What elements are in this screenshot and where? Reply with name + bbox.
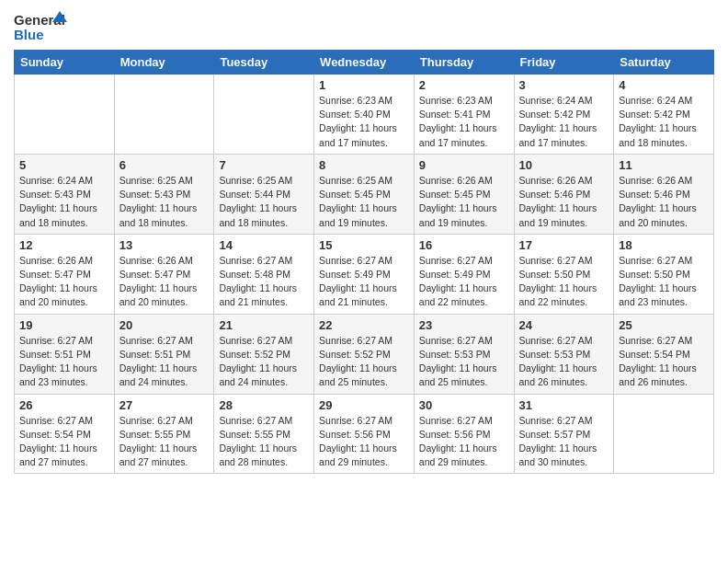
calendar-cell: 22Sunrise: 6:27 AMSunset: 5:52 PMDayligh… bbox=[314, 314, 415, 394]
day-number: 13 bbox=[119, 238, 210, 252]
day-info: Sunrise: 6:27 AMSunset: 5:51 PMDaylight:… bbox=[119, 334, 210, 390]
day-info: Sunrise: 6:27 AMSunset: 5:55 PMDaylight:… bbox=[119, 414, 210, 470]
day-number: 8 bbox=[319, 158, 409, 172]
weekday-header-thursday: Thursday bbox=[414, 51, 514, 75]
day-info: Sunrise: 6:27 AMSunset: 5:49 PMDaylight:… bbox=[319, 254, 409, 310]
calendar-cell: 29Sunrise: 6:27 AMSunset: 5:56 PMDayligh… bbox=[314, 394, 415, 474]
day-number: 22 bbox=[319, 318, 409, 332]
day-info: Sunrise: 6:24 AMSunset: 5:42 PMDaylight:… bbox=[519, 94, 609, 150]
day-info: Sunrise: 6:26 AMSunset: 5:45 PMDaylight:… bbox=[419, 174, 509, 230]
day-info: Sunrise: 6:23 AMSunset: 5:41 PMDaylight:… bbox=[419, 94, 509, 150]
svg-text:Blue: Blue bbox=[14, 27, 44, 42]
calendar-cell: 2Sunrise: 6:23 AMSunset: 5:41 PMDaylight… bbox=[414, 75, 514, 155]
day-number: 26 bbox=[19, 398, 109, 412]
calendar-cell: 16Sunrise: 6:27 AMSunset: 5:49 PMDayligh… bbox=[414, 234, 514, 314]
calendar-cell: 4Sunrise: 6:24 AMSunset: 5:42 PMDaylight… bbox=[614, 75, 714, 155]
calendar-cell: 30Sunrise: 6:27 AMSunset: 5:56 PMDayligh… bbox=[414, 394, 514, 474]
day-number: 20 bbox=[119, 318, 210, 332]
weekday-header-saturday: Saturday bbox=[614, 51, 714, 75]
day-info: Sunrise: 6:23 AMSunset: 5:40 PMDaylight:… bbox=[319, 94, 409, 150]
day-number: 25 bbox=[619, 318, 709, 332]
day-number: 17 bbox=[519, 238, 609, 252]
day-info: Sunrise: 6:24 AMSunset: 5:43 PMDaylight:… bbox=[19, 174, 109, 230]
day-info: Sunrise: 6:27 AMSunset: 5:50 PMDaylight:… bbox=[519, 254, 609, 310]
day-number: 29 bbox=[319, 398, 409, 412]
day-number: 23 bbox=[419, 318, 509, 332]
calendar-week-4: 19Sunrise: 6:27 AMSunset: 5:51 PMDayligh… bbox=[15, 314, 714, 394]
weekday-header-monday: Monday bbox=[114, 51, 214, 75]
calendar-week-1: 1Sunrise: 6:23 AMSunset: 5:40 PMDaylight… bbox=[15, 75, 714, 155]
calendar-cell: 26Sunrise: 6:27 AMSunset: 5:54 PMDayligh… bbox=[15, 394, 115, 474]
day-number: 14 bbox=[219, 238, 309, 252]
calendar-cell: 3Sunrise: 6:24 AMSunset: 5:42 PMDaylight… bbox=[514, 75, 614, 155]
calendar-cell: 8Sunrise: 6:25 AMSunset: 5:45 PMDaylight… bbox=[314, 154, 415, 234]
header: GeneralBlue bbox=[14, 9, 714, 42]
calendar-table: SundayMondayTuesdayWednesdayThursdayFrid… bbox=[14, 50, 714, 474]
logo-svg: GeneralBlue bbox=[14, 9, 69, 42]
weekday-header-row: SundayMondayTuesdayWednesdayThursdayFrid… bbox=[15, 51, 714, 75]
calendar-cell: 27Sunrise: 6:27 AMSunset: 5:55 PMDayligh… bbox=[114, 394, 214, 474]
calendar-cell: 15Sunrise: 6:27 AMSunset: 5:49 PMDayligh… bbox=[314, 234, 415, 314]
day-info: Sunrise: 6:27 AMSunset: 5:52 PMDaylight:… bbox=[319, 334, 409, 390]
day-info: Sunrise: 6:25 AMSunset: 5:43 PMDaylight:… bbox=[119, 174, 210, 230]
day-number: 2 bbox=[419, 78, 509, 92]
calendar-cell: 1Sunrise: 6:23 AMSunset: 5:40 PMDaylight… bbox=[314, 75, 415, 155]
calendar-cell: 13Sunrise: 6:26 AMSunset: 5:47 PMDayligh… bbox=[114, 234, 214, 314]
day-number: 21 bbox=[219, 318, 309, 332]
day-number: 30 bbox=[419, 398, 509, 412]
day-info: Sunrise: 6:25 AMSunset: 5:45 PMDaylight:… bbox=[319, 174, 409, 230]
calendar-cell: 10Sunrise: 6:26 AMSunset: 5:46 PMDayligh… bbox=[514, 154, 614, 234]
day-info: Sunrise: 6:27 AMSunset: 5:54 PMDaylight:… bbox=[19, 414, 109, 470]
day-info: Sunrise: 6:26 AMSunset: 5:46 PMDaylight:… bbox=[519, 174, 609, 230]
day-number: 16 bbox=[419, 238, 509, 252]
calendar-cell: 14Sunrise: 6:27 AMSunset: 5:48 PMDayligh… bbox=[214, 234, 314, 314]
day-info: Sunrise: 6:25 AMSunset: 5:44 PMDaylight:… bbox=[219, 174, 309, 230]
calendar-cell: 17Sunrise: 6:27 AMSunset: 5:50 PMDayligh… bbox=[514, 234, 614, 314]
calendar-cell: 9Sunrise: 6:26 AMSunset: 5:45 PMDaylight… bbox=[414, 154, 514, 234]
logo: GeneralBlue bbox=[14, 9, 69, 42]
day-number: 7 bbox=[219, 158, 309, 172]
day-number: 3 bbox=[519, 78, 609, 92]
calendar-week-3: 12Sunrise: 6:26 AMSunset: 5:47 PMDayligh… bbox=[15, 234, 714, 314]
day-info: Sunrise: 6:27 AMSunset: 5:56 PMDaylight:… bbox=[319, 414, 409, 470]
day-number: 15 bbox=[319, 238, 409, 252]
calendar-cell: 7Sunrise: 6:25 AMSunset: 5:44 PMDaylight… bbox=[214, 154, 314, 234]
day-number: 24 bbox=[519, 318, 609, 332]
weekday-header-sunday: Sunday bbox=[15, 51, 115, 75]
day-number: 18 bbox=[619, 238, 709, 252]
calendar-cell bbox=[15, 75, 115, 155]
calendar-cell: 5Sunrise: 6:24 AMSunset: 5:43 PMDaylight… bbox=[15, 154, 115, 234]
day-info: Sunrise: 6:26 AMSunset: 5:47 PMDaylight:… bbox=[119, 254, 210, 310]
page: GeneralBlue SundayMondayTuesdayWednesday… bbox=[0, 0, 728, 563]
day-info: Sunrise: 6:26 AMSunset: 5:46 PMDaylight:… bbox=[619, 174, 709, 230]
weekday-header-wednesday: Wednesday bbox=[314, 51, 415, 75]
day-info: Sunrise: 6:26 AMSunset: 5:47 PMDaylight:… bbox=[19, 254, 109, 310]
day-number: 5 bbox=[19, 158, 109, 172]
day-number: 11 bbox=[619, 158, 709, 172]
calendar-cell: 6Sunrise: 6:25 AMSunset: 5:43 PMDaylight… bbox=[114, 154, 214, 234]
calendar-week-2: 5Sunrise: 6:24 AMSunset: 5:43 PMDaylight… bbox=[15, 154, 714, 234]
day-info: Sunrise: 6:27 AMSunset: 5:56 PMDaylight:… bbox=[419, 414, 509, 470]
day-number: 9 bbox=[419, 158, 509, 172]
day-info: Sunrise: 6:27 AMSunset: 5:53 PMDaylight:… bbox=[419, 334, 509, 390]
day-info: Sunrise: 6:27 AMSunset: 5:52 PMDaylight:… bbox=[219, 334, 309, 390]
day-info: Sunrise: 6:27 AMSunset: 5:57 PMDaylight:… bbox=[519, 414, 609, 470]
calendar-cell: 23Sunrise: 6:27 AMSunset: 5:53 PMDayligh… bbox=[414, 314, 514, 394]
day-info: Sunrise: 6:27 AMSunset: 5:49 PMDaylight:… bbox=[419, 254, 509, 310]
day-info: Sunrise: 6:27 AMSunset: 5:48 PMDaylight:… bbox=[219, 254, 309, 310]
day-number: 28 bbox=[219, 398, 309, 412]
calendar-cell: 11Sunrise: 6:26 AMSunset: 5:46 PMDayligh… bbox=[614, 154, 714, 234]
calendar-cell: 19Sunrise: 6:27 AMSunset: 5:51 PMDayligh… bbox=[15, 314, 115, 394]
day-info: Sunrise: 6:27 AMSunset: 5:51 PMDaylight:… bbox=[19, 334, 109, 390]
day-number: 31 bbox=[519, 398, 609, 412]
day-number: 6 bbox=[119, 158, 210, 172]
calendar-cell: 25Sunrise: 6:27 AMSunset: 5:54 PMDayligh… bbox=[614, 314, 714, 394]
calendar-cell: 20Sunrise: 6:27 AMSunset: 5:51 PMDayligh… bbox=[114, 314, 214, 394]
day-info: Sunrise: 6:24 AMSunset: 5:42 PMDaylight:… bbox=[619, 94, 709, 150]
calendar-cell bbox=[614, 394, 714, 474]
day-info: Sunrise: 6:27 AMSunset: 5:55 PMDaylight:… bbox=[219, 414, 309, 470]
weekday-header-tuesday: Tuesday bbox=[214, 51, 314, 75]
day-info: Sunrise: 6:27 AMSunset: 5:54 PMDaylight:… bbox=[619, 334, 709, 390]
calendar-cell bbox=[214, 75, 314, 155]
day-number: 4 bbox=[619, 78, 709, 92]
